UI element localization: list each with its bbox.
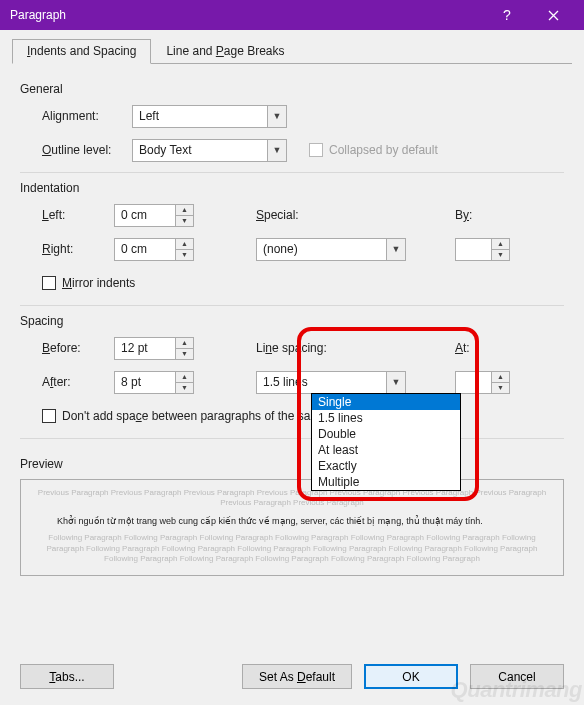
by-input[interactable]: ▲▼ [455,238,510,261]
help-button[interactable]: ? [484,0,530,30]
preview-ghost-next: Following Paragraph Following Paragraph … [35,533,549,564]
alignment-combo[interactable]: Left ▼ [132,105,287,128]
at-label: At: [455,341,485,355]
spinner-down-icon[interactable]: ▼ [176,216,193,226]
ok-button[interactable]: OK [364,664,458,689]
spinner-down-icon[interactable]: ▼ [176,250,193,260]
section-indentation: Indentation [20,181,564,195]
dropdown-option[interactable]: Multiple [312,474,460,490]
indent-right-label: Right: [42,242,114,256]
special-combo[interactable]: (none) ▼ [256,238,406,261]
before-label: Before: [42,341,114,355]
chevron-down-icon[interactable]: ▼ [386,372,405,393]
spinner-up-icon[interactable]: ▲ [492,239,509,250]
preview-heading: Preview [20,457,564,471]
preview-main-text: Khởi nguồn từ một trang web cung cấp kiế… [57,515,527,528]
outline-combo[interactable]: Body Text ▼ [132,139,287,162]
spinner-up-icon[interactable]: ▲ [176,239,193,250]
after-input[interactable]: 8 pt ▲▼ [114,371,194,394]
spinner-down-icon[interactable]: ▼ [492,383,509,393]
spinner-up-icon[interactable]: ▲ [176,205,193,216]
tab-content: General Alignment: Left ▼ Outline level:… [12,64,572,652]
at-input[interactable]: ▲▼ [455,371,510,394]
dropdown-option[interactable]: Exactly [312,458,460,474]
chevron-down-icon[interactable]: ▼ [267,106,286,127]
chevron-down-icon[interactable]: ▼ [267,140,286,161]
indent-left-label: Left: [42,208,114,222]
spinner-up-icon[interactable]: ▲ [492,372,509,383]
window-title: Paragraph [8,8,484,22]
after-label: After: [42,375,114,389]
line-spacing-combo[interactable]: 1.5 lines ▼ [256,371,406,394]
by-label: By: [455,208,485,222]
before-input[interactable]: 12 pt ▲▼ [114,337,194,360]
dont-add-space-checkbox[interactable]: Don't add space between paragraphs of th… [42,409,355,423]
section-general: General [20,82,564,96]
button-row: Tabs... Set As Default OK Cancel [12,652,572,705]
preview-box: Previous Paragraph Previous Paragraph Pr… [20,479,564,576]
collapsed-checkbox: Collapsed by default [309,143,438,157]
chevron-down-icon[interactable]: ▼ [386,239,405,260]
tab-indents-spacing[interactable]: Indents and Spacing [12,39,151,64]
tab-strip: Indents and Spacing Line and Page Breaks [12,40,572,64]
indent-left-input[interactable]: 0 cm ▲▼ [114,204,194,227]
spinner-down-icon[interactable]: ▼ [176,349,193,359]
cancel-button[interactable]: Cancel [470,664,564,689]
spinner-up-icon[interactable]: ▲ [176,372,193,383]
outline-label: Outline level: [42,143,132,157]
dropdown-option[interactable]: Single [312,394,460,410]
spinner-down-icon[interactable]: ▼ [492,250,509,260]
dropdown-option[interactable]: Double [312,426,460,442]
dropdown-option[interactable]: At least [312,442,460,458]
spinner-up-icon[interactable]: ▲ [176,338,193,349]
close-button[interactable] [530,0,576,30]
alignment-label: Alignment: [42,109,132,123]
set-default-button[interactable]: Set As Default [242,664,352,689]
mirror-indents-checkbox[interactable]: Mirror indents [42,276,135,290]
close-icon [548,10,559,21]
spinner-down-icon[interactable]: ▼ [176,383,193,393]
titlebar: Paragraph ? [0,0,584,30]
section-preview: Preview Previous Paragraph Previous Para… [20,457,564,576]
dropdown-option[interactable]: 1.5 lines [312,410,460,426]
tabs-button[interactable]: Tabs... [20,664,114,689]
line-spacing-dropdown[interactable]: Single 1.5 lines Double At least Exactly… [311,393,461,491]
preview-ghost-prev: Previous Paragraph Previous Paragraph Pr… [35,488,549,509]
line-spacing-label: Line spacing: [256,341,327,355]
section-spacing: Spacing [20,314,564,328]
tab-line-page-breaks[interactable]: Line and Page Breaks [151,39,299,64]
indent-right-input[interactable]: 0 cm ▲▼ [114,238,194,261]
special-label: Special: [256,208,305,222]
